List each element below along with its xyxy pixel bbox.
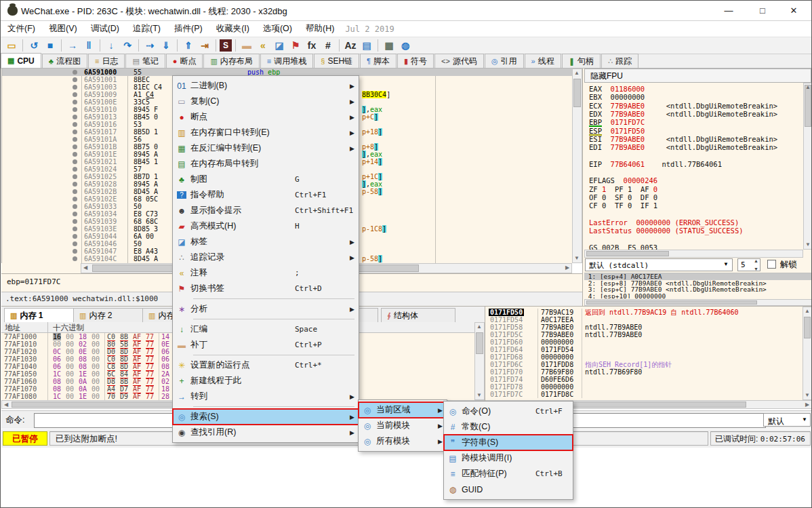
menu-follow-in-dump[interactable]: ▥在内存窗口中转到(E)▶ — [173, 125, 359, 140]
scroll-up-icon[interactable]: ▲ — [804, 83, 812, 92]
register-row[interactable]: EIP 77B64061 ntdll.77B64061 — [589, 160, 722, 168]
menu-copy[interactable]: ▭复制(C)▶ — [173, 94, 359, 109]
hex-byte[interactable]: 00 — [92, 393, 100, 400]
hex-byte[interactable]: 0E — [161, 340, 169, 348]
breakpoint-dot[interactable] — [73, 115, 77, 119]
menu-assemble[interactable]: ↓汇编Space — [173, 321, 359, 337]
hex-byte[interactable]: 18 — [79, 333, 87, 340]
submenu-current-region[interactable]: ◎当前区域▶ — [359, 402, 447, 418]
submenu-constant[interactable]: #常数(C) — [444, 419, 573, 435]
scroll-down-icon[interactable]: ▼ — [803, 391, 811, 399]
hex-byte[interactable]: 14 — [161, 333, 169, 340]
breakpoint-dot[interactable] — [73, 204, 77, 209]
hex-byte[interactable]: 0A — [79, 378, 87, 385]
stack-row[interactable]: 0171FD6000000000 — [485, 338, 803, 346]
tab-trace[interactable]: ∴跟踪 — [601, 54, 638, 68]
registers-vscrollbar[interactable]: ▲▼ — [803, 83, 812, 250]
hex-byte[interactable]: 00 — [66, 378, 74, 385]
register-row[interactable]: EBP 0171FD7C — [589, 118, 645, 126]
hex-byte[interactable]: 06 — [161, 355, 169, 363]
case-icon[interactable]: Az — [343, 38, 358, 53]
pointer-byte[interactable]: 70 — [107, 393, 115, 400]
restart-icon[interactable]: ↺ — [26, 38, 41, 53]
register-row[interactable]: ZF 1 PF 1 AF 0 — [589, 185, 657, 193]
hex-byte[interactable]: 06 — [53, 363, 61, 370]
menubar-item-6[interactable]: 收藏夹(I) — [209, 21, 256, 37]
register-row[interactable]: EDX 77B9ABE0 <ntdll.DbgUiRemoteBreakin> — [589, 110, 777, 118]
register-row[interactable]: OF 0 SF 0 DF 0 — [589, 193, 657, 201]
tab-script[interactable]: ¶脚本 — [360, 54, 397, 68]
hex-byte[interactable]: 08 — [79, 363, 87, 370]
tab-call-stack[interactable]: ≡调用堆栈 — [260, 54, 313, 68]
breakpoint-dot[interactable] — [73, 137, 77, 142]
calling-convention-select[interactable]: 默认 (stdcall) ▼ — [585, 258, 733, 271]
breakpoint-dot[interactable] — [73, 197, 77, 201]
breakpoint-dot[interactable] — [73, 85, 77, 90]
stack-row[interactable]: 0171FD6800000000 — [485, 353, 803, 361]
hex-byte[interactable]: 00 — [92, 355, 100, 363]
tab-graph[interactable]: ♣流程图 — [42, 54, 87, 68]
hex-byte[interactable]: 00 — [92, 378, 100, 385]
hex-byte[interactable]: 0C — [53, 348, 61, 355]
column-address[interactable]: 地址 — [5, 323, 20, 333]
breakpoint-dot[interactable] — [73, 234, 77, 239]
scroll-thumb[interactable] — [586, 300, 757, 305]
function-icon[interactable]: fx — [304, 38, 319, 53]
hex-byte[interactable]: 00 — [66, 348, 74, 355]
hex-byte[interactable]: 1C — [53, 370, 61, 378]
submenu-pattern[interactable]: ≡匹配特征(P)Ctrl+B — [444, 466, 573, 482]
hex-byte[interactable]: 00 — [92, 370, 100, 378]
step-over-icon[interactable]: ↷ — [120, 38, 135, 53]
hex-byte[interactable]: 08 — [161, 363, 169, 370]
argument-count-stepper[interactable]: 5 ▲ ▼ — [737, 258, 760, 271]
menu-find-references[interactable]: ◉查找引用(R)▶ — [173, 425, 359, 440]
scroll-left-icon[interactable]: ◀ — [2, 401, 10, 409]
breakpoint-dot[interactable] — [73, 92, 77, 97]
breakpoint-dot[interactable] — [73, 122, 77, 127]
hex-byte[interactable]: 02 — [161, 378, 169, 385]
hex-byte[interactable]: 08 — [53, 385, 61, 393]
attach-icon[interactable]: ⇥ — [197, 38, 212, 53]
stepper-down-icon[interactable]: ▼ — [754, 267, 758, 271]
run-until-return-icon[interactable]: ⇑ — [181, 38, 196, 53]
run-icon[interactable]: → — [65, 38, 80, 53]
tab-source[interactable]: <>源代码 — [434, 54, 484, 68]
register-row[interactable]: EAX 01186000 — [589, 85, 645, 93]
bookmarks-icon[interactable]: ⚑ — [288, 38, 303, 53]
registers-hscrollbar[interactable] — [584, 250, 803, 258]
hash-icon[interactable]: # — [321, 38, 336, 53]
tab-breakpoints[interactable]: ●断点 — [166, 54, 203, 68]
stack-row[interactable]: 0171FD5C77B9ABE0ntdll.77B9ABE0 — [485, 331, 803, 338]
breakpoint-dot[interactable] — [73, 152, 77, 157]
tab-notes[interactable]: ▤笔记 — [125, 54, 165, 68]
menu-show-mnemonic-brief[interactable]: ☻显示指令提示Ctrl+Shift+F1 — [173, 203, 359, 218]
breakpoint-dot[interactable] — [73, 182, 77, 187]
hex-byte[interactable]: 06 — [53, 355, 61, 363]
menubar-item-2[interactable]: 视图(V) — [42, 21, 84, 37]
register-row[interactable]: GS 002B FS 0053 — [589, 243, 657, 250]
stepper-up-icon[interactable]: ▲ — [754, 258, 758, 263]
hex-byte[interactable]: 0E — [79, 348, 87, 355]
disassembly-vscrollbar[interactable]: ▲▼ — [572, 69, 582, 263]
submenu-guid[interactable]: ◍GUID — [444, 482, 573, 497]
open-file-icon[interactable]: ▭ — [4, 38, 19, 53]
register-row[interactable]: EBX 00000000 — [589, 93, 645, 101]
stop-icon[interactable]: ■ — [43, 38, 58, 53]
labels-icon[interactable]: ◪ — [272, 38, 287, 53]
menu-label[interactable]: ◪标签▶ — [173, 234, 359, 250]
submenu-command[interactable]: ◎命令(O)Ctrl+F — [444, 404, 573, 419]
menu-follow-in-disasm[interactable]: ▦在反汇编中转到(E)▶ — [173, 140, 359, 156]
modules-icon[interactable]: ▤ — [359, 38, 374, 53]
scroll-thumb[interactable] — [573, 79, 581, 107]
hex-byte[interactable]: 00 — [92, 363, 100, 370]
strings-icon[interactable]: S — [220, 39, 232, 52]
tab-cpu[interactable]: ▦CPU — [1, 53, 41, 68]
breakpoint-dot[interactable] — [73, 70, 77, 75]
hex-byte[interactable]: 00 — [66, 385, 74, 393]
hex-byte[interactable]: 00 — [66, 333, 74, 340]
menubar-item-5[interactable]: 插件(P) — [167, 21, 209, 37]
stack-vscrollbar[interactable]: ▲▼ — [803, 307, 812, 400]
tab-seh[interactable]: §SEH链 — [314, 54, 359, 68]
menubar-item-1[interactable]: 文件(F) — [1, 21, 42, 37]
hex-byte[interactable]: 00 — [66, 340, 74, 348]
